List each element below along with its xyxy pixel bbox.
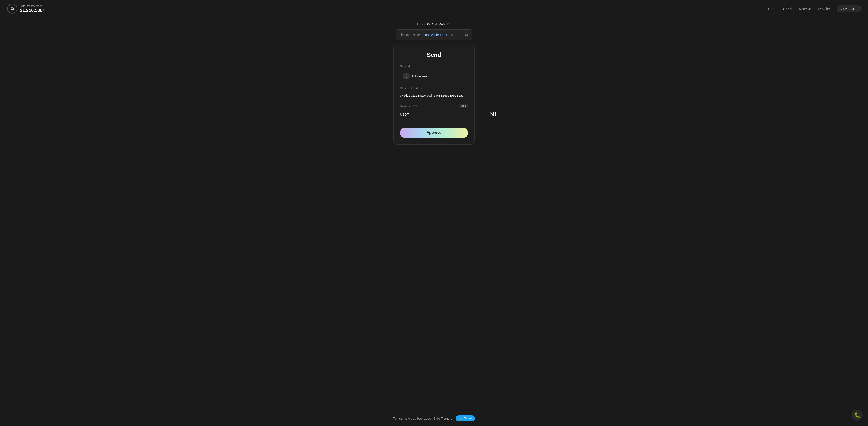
link-url: https://safe-trans...l7zm [423, 33, 456, 37]
amount-section: Balance: 752 MAX USDT ⌄ [400, 104, 468, 120]
hash-value: 0xf41d...4a9 [427, 22, 445, 26]
send-title: Send [400, 51, 468, 58]
total-label: Total transferred: [20, 4, 45, 8]
network-label: Network [400, 65, 468, 68]
nav-receive[interactable]: Receive [799, 7, 811, 11]
approve-button[interactable]: Approve [400, 127, 468, 138]
tweet-label: Tweet [464, 417, 472, 420]
token-name: USDT [400, 112, 409, 116]
nav-tutorial[interactable]: Tutorial [765, 7, 776, 11]
bug-report-button[interactable]: 🐛 [852, 410, 863, 421]
eth-icon: ⟠ [403, 73, 410, 79]
token-chevron-icon: ⌄ [410, 113, 413, 116]
send-card: Send Network ⟠ Ethereum ⌄ Recipient addr… [393, 44, 475, 145]
recipient-label: Recipient address [400, 86, 468, 90]
token-amount-row: USDT ⌄ [400, 111, 468, 120]
wallet-address-badge[interactable]: 0x9513...fc1 [837, 5, 861, 12]
nav-send[interactable]: Send [783, 7, 792, 11]
link-receive-content: Link to receive: https://safe-trans...l7… [399, 33, 456, 37]
max-button[interactable]: MAX [459, 104, 468, 108]
token-selector[interactable]: USDT ⌄ [400, 112, 413, 116]
network-name: Ethereum [412, 74, 427, 78]
logo-area: ⧉ Total transferred: $1,250,500+ [7, 4, 45, 13]
twitter-icon: 🐦 [459, 417, 463, 420]
network-selector[interactable]: ⟠ Ethereum ⌄ [400, 70, 468, 82]
balance-text: Balance: 752 [400, 105, 417, 108]
amount-input[interactable] [415, 111, 496, 118]
total-amount: $1,250,500+ [20, 8, 45, 13]
hash-row: Hash: 0xf41d...4a9 ⧉ [417, 22, 451, 27]
link-receive-box: Link to receive: https://safe-trans...l7… [396, 29, 472, 40]
feedback-bar: Tell us how you feel about Safe Transfer… [0, 411, 868, 426]
recipient-section: Recipient address [400, 86, 468, 99]
main-content: Hash: 0xf41d...4a9 ⧉ Link to receive: ht… [0, 17, 868, 411]
bug-icon: 🐛 [854, 412, 860, 418]
link-label: Link to receive: [399, 33, 421, 37]
nav-links: Tutorial Send Receive Revoke 0x9513...fc… [765, 5, 861, 12]
recipient-address-input[interactable] [400, 92, 468, 99]
hash-copy-button[interactable]: ⧉ [446, 22, 451, 27]
total-info: Total transferred: $1,250,500+ [20, 4, 45, 13]
chevron-down-icon: ⌄ [462, 74, 465, 78]
hash-label: Hash: [417, 22, 426, 26]
balance-row: Balance: 752 MAX [400, 104, 468, 108]
nav-revoke[interactable]: Revoke [818, 7, 830, 11]
link-copy-button[interactable]: ⧉ [464, 32, 469, 37]
feedback-text: Tell us how you feel about Safe Transfer [393, 417, 454, 420]
logo-icon: ⧉ [7, 4, 17, 13]
header: ⧉ Total transferred: $1,250,500+ Tutoria… [0, 0, 868, 17]
tweet-button[interactable]: 🐦 Tweet [456, 415, 475, 422]
